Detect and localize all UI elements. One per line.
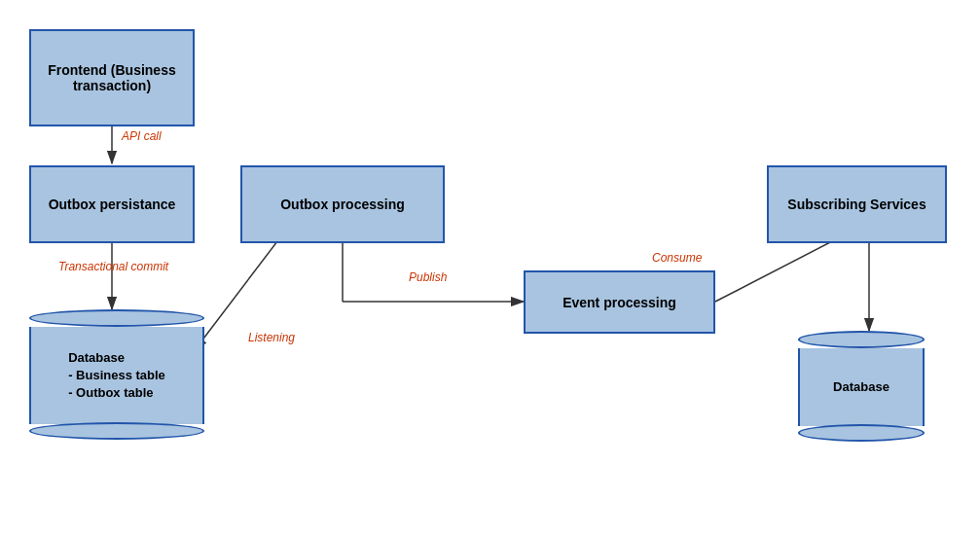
right-database-cylinder: Database — [798, 331, 925, 442]
frontend-label: Frontend (Business transaction) — [37, 62, 187, 93]
cylinder-top-right — [798, 331, 925, 348]
cylinder-bottom-left — [29, 422, 204, 440]
left-db-text: Database - Business table - Outbox table — [68, 349, 165, 403]
outbox-processing-label: Outbox processing — [280, 197, 405, 212]
frontend-box: Frontend (Business transaction) — [29, 29, 195, 126]
outbox-persistance-box: Outbox persistance — [29, 165, 195, 243]
subscribing-services-label: Subscribing Services — [787, 197, 926, 212]
cylinder-body-right: Database — [798, 348, 925, 426]
event-processing-label: Event processing — [563, 295, 676, 310]
event-processing-box: Event processing — [524, 270, 715, 334]
right-db-text: Database — [833, 378, 889, 396]
transactional-commit-label: Transactional commit — [58, 260, 253, 273]
publish-label: Publish — [409, 270, 447, 284]
cylinder-top-left — [29, 309, 204, 327]
outbox-processing-box: Outbox processing — [240, 165, 445, 243]
outbox-persistance-label: Outbox persistance — [49, 197, 176, 212]
subscribing-services-box: Subscribing Services — [767, 165, 947, 243]
listening-label: Listening — [248, 331, 295, 344]
api-call-label: API call — [122, 129, 162, 143]
diagram: Frontend (Business transaction) API call… — [0, 0, 980, 537]
cylinder-bottom-right — [798, 424, 925, 442]
left-database-cylinder: Database - Business table - Outbox table — [29, 309, 204, 440]
cylinder-body-left: Database - Business table - Outbox table — [29, 327, 204, 424]
consume-label: Consume — [652, 251, 702, 265]
